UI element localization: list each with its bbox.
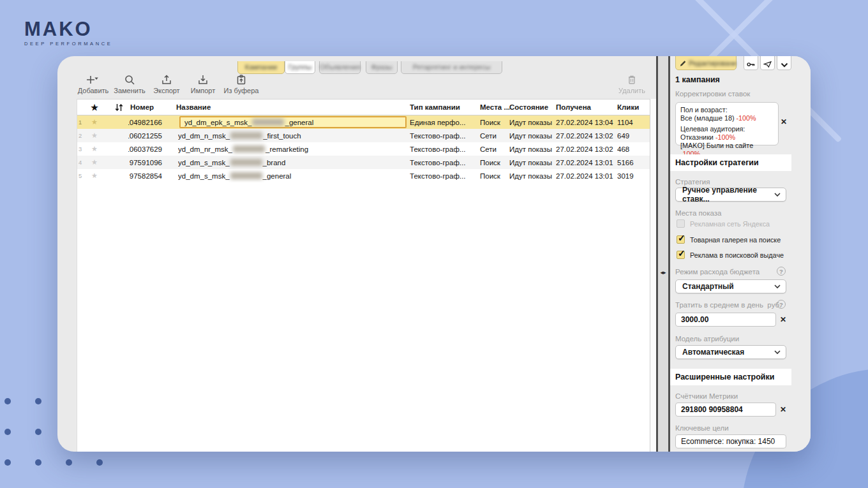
clear-daily-spend-button[interactable]: ✕ <box>780 315 786 324</box>
clear-metrika-button[interactable]: ✕ <box>780 405 786 414</box>
chevron-down-icon <box>774 191 781 198</box>
delete-button[interactable]: Удалить <box>608 73 655 94</box>
budget-mode-help-icon[interactable]: ? <box>777 267 786 276</box>
campaign-name-cell[interactable]: yd_dm_epk_s_msk__general <box>179 116 407 128</box>
table-row[interactable]: 1★104982166yd_dm_epk_s_msk__generalЕдина… <box>77 115 650 129</box>
star-icon: ★ <box>87 142 101 156</box>
row-index: 4 <box>79 156 86 169</box>
column-header-state[interactable]: Состояние <box>509 100 558 115</box>
daily-spend-input[interactable]: 3000.00 <box>675 313 776 327</box>
campaign-number: 97591096 <box>128 156 162 169</box>
checkbox-2[interactable]: Товарная галерея на поиске <box>677 235 781 244</box>
mako-logo: MAKO DEEP PERFORMANCE <box>24 19 112 47</box>
bid-adjustment-line: Отказники -100% <box>680 133 774 142</box>
table-row[interactable]: 5★97582854yd_dm_s_msk__generalТекстово-г… <box>77 169 650 182</box>
budget-mode-select[interactable]: Стандартный <box>675 279 786 293</box>
campaign-received: 27.02.2024 13:04 <box>556 115 616 129</box>
campaign-state: Идут показы <box>509 169 558 182</box>
strategy-section-header: Настройки стратегии <box>670 154 791 171</box>
clear-bid-adjustments-button[interactable]: ✕ <box>781 117 787 126</box>
star-column-header[interactable]: ★ <box>87 100 101 115</box>
column-header-name[interactable]: Название <box>176 100 406 115</box>
attribution-label: Модель атрибуции <box>675 335 739 343</box>
ad-places-label: Места показа <box>675 209 721 217</box>
key-icon <box>747 61 755 68</box>
table-row[interactable]: 2★106021255yd_dm_n_msk__first_touchТекст… <box>77 129 650 142</box>
checkbox-1[interactable]: Рекламная сеть Яндекса <box>677 219 770 228</box>
daily-spend-help-icon[interactable]: ? <box>777 300 786 309</box>
page-background: MAKO DEEP PERFORMANCE КампанииГруппыОбъя… <box>0 0 868 488</box>
panel-splitter[interactable]: ◂▸ <box>656 56 670 452</box>
paste-from-buffer-button[interactable]: Из буфера <box>218 73 265 94</box>
column-header-type[interactable]: Тип кампании <box>410 100 476 115</box>
campaign-places: Поиск <box>480 115 507 129</box>
campaign-name-cell: yd_dm_nr_msk__remarketing <box>178 142 408 156</box>
more-tools-button[interactable] <box>777 56 791 70</box>
plane-icon <box>763 61 772 68</box>
send-tool-button[interactable] <box>760 56 775 70</box>
column-header-received[interactable]: Получена <box>556 100 616 115</box>
bid-adjustment-line: Пол и возраст: <box>680 106 774 114</box>
campaign-places: Поиск <box>480 156 507 169</box>
campaign-number: 106021255 <box>128 129 162 142</box>
decor-dot <box>35 429 41 435</box>
redacted-text <box>230 159 262 166</box>
campaign-clicks: 5166 <box>617 156 647 169</box>
checkbox-checked-icon[interactable] <box>677 251 685 259</box>
table-body: 1★104982166yd_dm_epk_s_msk__generalЕдина… <box>77 115 650 182</box>
decor-dot <box>35 459 41 466</box>
key-tool-button[interactable] <box>744 56 758 70</box>
decor-dot <box>35 398 41 404</box>
campaign-places: Сети <box>480 129 507 142</box>
campaign-type: Текстово-граф... <box>410 169 476 182</box>
panel-tab-bar: Редактирование <box>670 56 798 70</box>
edit-panel: Редактирование 1 кампания Корректировки … <box>670 56 811 452</box>
strategy-label: Стратегия <box>675 178 710 186</box>
vertical-scrollbar[interactable] <box>650 99 656 452</box>
splitter-grip-icon[interactable]: ◂▸ <box>658 269 668 276</box>
strategy-select[interactable]: Ручное управление ставк... <box>675 188 786 202</box>
campaign-state: Идут показы <box>509 142 558 156</box>
attribution-select[interactable]: Автоматическая <box>675 345 786 359</box>
toolbar: Добавить Заменить Экспорт Импорт <box>57 71 650 99</box>
campaign-type: Текстово-граф... <box>410 142 476 156</box>
column-header-number[interactable]: Номер <box>130 100 168 115</box>
bid-adjustments-box[interactable]: Пол и возраст:Все (младше 18) -100%Целев… <box>675 102 779 145</box>
campaign-type: Единая перфо... <box>410 115 476 129</box>
table-row[interactable]: 4★97591096yd_dm_s_msk__brandТекстово-гра… <box>77 156 650 169</box>
redacted-text <box>252 119 284 126</box>
column-header-clicks[interactable]: Клики <box>617 100 647 115</box>
campaign-places: Поиск <box>480 169 507 182</box>
metrika-counters-input[interactable]: 291800 90958804 <box>675 403 776 417</box>
campaigns-table: ★ Номер Название Тип кампании Места ... … <box>77 99 650 452</box>
key-goals-input[interactable]: Ecommerce: покупка: 1450 <box>675 434 786 448</box>
campaign-state: Идут показы <box>509 115 558 129</box>
sort-traffic-column-header[interactable] <box>109 100 128 115</box>
campaign-state: Идут показы <box>509 129 558 142</box>
campaign-name-cell: yd_dm_s_msk__brand <box>178 156 408 169</box>
table-row[interactable]: 3★106037629yd_dm_nr_msk__remarketingТекс… <box>77 142 650 156</box>
trash-icon <box>608 73 655 86</box>
checkbox-checked-icon[interactable] <box>677 235 685 244</box>
tab-editing[interactable]: Редактирование <box>675 56 737 70</box>
star-icon: ★ <box>87 115 101 129</box>
campaign-received: 27.02.2024 13:01 <box>556 169 616 182</box>
bid-adjustments-label: Корректировки ставок <box>675 90 750 98</box>
checkbox-unchecked-icon[interactable] <box>677 219 685 228</box>
row-index: 1 <box>79 115 86 129</box>
brand-tagline: DEEP PERFORMANCE <box>24 41 112 47</box>
brand-name: MAKO <box>24 19 112 40</box>
campaign-name-cell: yd_dm_s_msk__general <box>178 169 408 182</box>
decor-dot <box>4 398 11 404</box>
campaign-clicks: 1104 <box>617 115 647 129</box>
checkbox-3[interactable]: Реклама в поисковой выдаче <box>677 251 784 259</box>
table-header-row: ★ Номер Название Тип кампании Места ... … <box>77 100 650 115</box>
decor-dot <box>4 429 11 435</box>
campaign-received: 27.02.2024 13:02 <box>556 129 616 142</box>
redacted-text <box>230 132 262 139</box>
chevron-down-icon <box>781 63 788 68</box>
pencil-icon <box>680 60 686 67</box>
star-icon: ★ <box>87 156 101 169</box>
campaign-received: 27.02.2024 13:01 <box>556 156 616 169</box>
sort-arrows-icon <box>115 103 123 112</box>
